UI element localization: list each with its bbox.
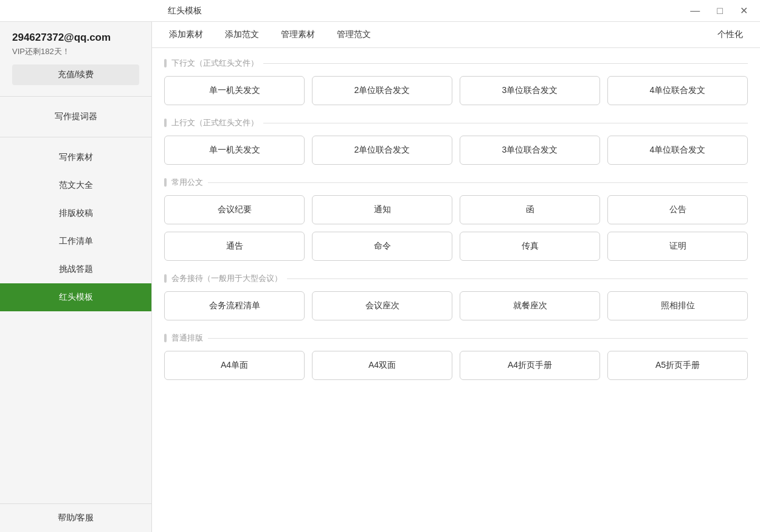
- sidebar: 294627372@qq.com VIP还剩182天！ 充值/续费 写作提词器 …: [0, 22, 152, 532]
- section-common-docs-label: 常用公文: [164, 177, 748, 188]
- section-common-docs: 常用公文 会议纪要 通知 函 公告 通告 命令 传真 证明: [164, 177, 748, 261]
- main-content: 添加素材 添加范文 管理素材 管理范文 个性化 下行文（正式红头文件） 单一机关…: [152, 22, 760, 532]
- downstream-2-units[interactable]: 2单位联合发文: [312, 76, 452, 105]
- username-label: 294627372@qq.com: [12, 32, 139, 44]
- title-bar: 红头模板 — □ ✕: [0, 0, 760, 22]
- conf-checklist[interactable]: 会务流程清单: [164, 291, 305, 320]
- recharge-button[interactable]: 充值/续费: [12, 64, 139, 85]
- add-material-button[interactable]: 添加素材: [164, 27, 208, 43]
- add-model-button[interactable]: 添加范文: [220, 27, 264, 43]
- section-downstream: 下行文（正式红头文件） 单一机关发文 2单位联合发文 3单位联合发文 4单位联合…: [164, 58, 748, 105]
- conf-dining-seating[interactable]: 就餐座次: [460, 291, 600, 320]
- nav-divider-1: [0, 137, 151, 137]
- main-scroll-area: 下行文（正式红头文件） 单一机关发文 2单位联合发文 3单位联合发文 4单位联合…: [152, 48, 760, 532]
- manage-model-button[interactable]: 管理范文: [332, 27, 376, 43]
- section-normal-layout: 普通排版 A4单面 A4双面 A4折页手册 A5折页手册: [164, 333, 748, 380]
- sidebar-nav: 写作提词器 写作素材 范文大全 排版校稿 工作清单 挑战答题 红头模板: [0, 103, 151, 503]
- main-toolbar: 添加素材 添加范文 管理素材 管理范文 个性化: [152, 22, 760, 48]
- upstream-single-org[interactable]: 单一机关发文: [164, 136, 305, 165]
- sidebar-item-red-header-template[interactable]: 红头模板: [0, 283, 151, 311]
- upstream-4-units[interactable]: 4单位联合发文: [607, 136, 748, 165]
- common-certificate[interactable]: 证明: [607, 232, 748, 261]
- downstream-4-units[interactable]: 4单位联合发文: [607, 76, 748, 105]
- close-button[interactable]: ✕: [738, 6, 750, 16]
- common-fax[interactable]: 传真: [460, 232, 600, 261]
- personalize-button[interactable]: 个性化: [713, 27, 748, 43]
- downstream-3-units[interactable]: 3单位联合发文: [460, 76, 600, 105]
- app-title: 红头模板: [168, 5, 688, 16]
- sidebar-item-writing-prompter[interactable]: 写作提词器: [0, 103, 151, 131]
- section-normal-layout-label: 普通排版: [164, 333, 748, 344]
- layout-a5-fold[interactable]: A5折页手册: [607, 351, 748, 380]
- common-order[interactable]: 命令: [312, 232, 452, 261]
- minimize-button[interactable]: —: [688, 6, 702, 16]
- conf-photo-arrangement[interactable]: 照相排位: [607, 291, 748, 320]
- layout-a4-single[interactable]: A4单面: [164, 351, 305, 380]
- section-upstream: 上行文（正式红头文件） 单一机关发文 2单位联合发文 3单位联合发文 4单位联合…: [164, 117, 748, 165]
- sidebar-item-model-essays[interactable]: 范文大全: [0, 171, 151, 199]
- conf-seating[interactable]: 会议座次: [312, 291, 452, 320]
- section-conference-label: 会务接待（一般用于大型会议）: [164, 273, 748, 284]
- vip-status-label: VIP还剩182天！: [12, 46, 139, 57]
- conference-btn-grid: 会务流程清单 会议座次 就餐座次 照相排位: [164, 291, 748, 320]
- sidebar-divider: [0, 96, 151, 97]
- sidebar-header: 294627372@qq.com VIP还剩182天！ 充值/续费: [0, 22, 151, 90]
- app-body: 294627372@qq.com VIP还剩182天！ 充值/续费 写作提词器 …: [0, 22, 760, 532]
- upstream-btn-grid: 单一机关发文 2单位联合发文 3单位联合发文 4单位联合发文: [164, 136, 748, 165]
- sidebar-item-challenge-answers[interactable]: 挑战答题: [0, 255, 151, 283]
- layout-a4-double[interactable]: A4双面: [312, 351, 452, 380]
- common-docs-btn-grid: 会议纪要 通知 函 公告 通告 命令 传真 证明: [164, 195, 748, 261]
- common-letter[interactable]: 函: [460, 195, 600, 224]
- common-circular[interactable]: 通告: [164, 232, 305, 261]
- sidebar-item-typesetting[interactable]: 排版校稿: [0, 199, 151, 227]
- manage-material-button[interactable]: 管理素材: [276, 27, 320, 43]
- window-controls: — □ ✕: [688, 6, 750, 16]
- common-notice[interactable]: 通知: [312, 195, 452, 224]
- layout-a4-fold[interactable]: A4折页手册: [460, 351, 600, 380]
- upstream-3-units[interactable]: 3单位联合发文: [460, 136, 600, 165]
- section-upstream-label: 上行文（正式红头文件）: [164, 117, 748, 128]
- sidebar-item-writing-material[interactable]: 写作素材: [0, 143, 151, 171]
- normal-layout-btn-grid: A4单面 A4双面 A4折页手册 A5折页手册: [164, 351, 748, 380]
- downstream-single-org[interactable]: 单一机关发文: [164, 76, 305, 105]
- downstream-btn-grid: 单一机关发文 2单位联合发文 3单位联合发文 4单位联合发文: [164, 76, 748, 105]
- upstream-2-units[interactable]: 2单位联合发文: [312, 136, 452, 165]
- section-conference: 会务接待（一般用于大型会议） 会务流程清单 会议座次 就餐座次 照相排位: [164, 273, 748, 320]
- sidebar-item-work-checklist[interactable]: 工作清单: [0, 227, 151, 255]
- help-service-button[interactable]: 帮助/客服: [0, 503, 151, 532]
- common-meeting-minutes[interactable]: 会议纪要: [164, 195, 305, 224]
- section-downstream-label: 下行文（正式红头文件）: [164, 58, 748, 69]
- restore-button[interactable]: □: [714, 6, 725, 16]
- common-announcement[interactable]: 公告: [607, 195, 748, 224]
